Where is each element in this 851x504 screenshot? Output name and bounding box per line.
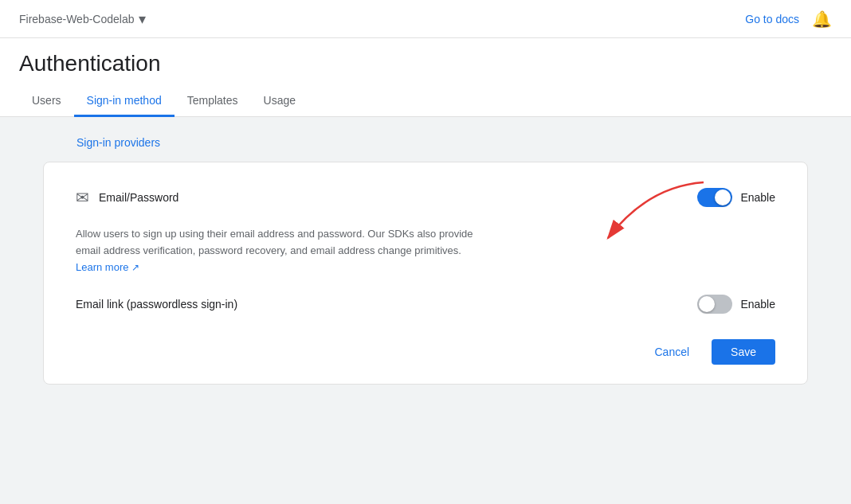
email-link-label: Email link (passwordless sign-in) (76, 298, 697, 311)
tab-sign-in-method[interactable]: Sign-in method (74, 86, 175, 117)
tab-users[interactable]: Users (19, 86, 74, 117)
email-link-toggle-group: Enable (697, 295, 775, 314)
email-link-toggle-label: Enable (740, 298, 775, 311)
email-toggle[interactable] (697, 188, 732, 207)
email-toggle-label: Enable (740, 191, 775, 204)
email-link-toggle-track (697, 295, 732, 314)
bell-icon[interactable]: 🔔 (812, 10, 832, 29)
tabs-nav: Users Sign-in method Templates Usage (19, 86, 832, 116)
email-link-toggle[interactable] (697, 295, 732, 314)
card-actions: Cancel Save (76, 339, 775, 365)
sign-in-card: ✉ Email/Password Enable Allow users to s… (43, 162, 808, 385)
tab-usage[interactable]: Usage (251, 86, 308, 117)
page-title: Authentication (19, 51, 832, 76)
project-name: Firebase-Web-Codelab (19, 13, 134, 25)
chevron-down-icon[interactable]: ▾ (139, 10, 146, 28)
email-password-row: ✉ Email/Password Enable (76, 188, 775, 207)
email-icon: ✉ (76, 188, 89, 207)
main-content: Sign-in providers ✉ Email/Password (0, 117, 851, 404)
email-link-toggle-thumb (699, 296, 715, 312)
email-toggle-group: Enable (697, 188, 775, 207)
cancel-button[interactable]: Cancel (641, 339, 702, 365)
topbar-right: Go to docs 🔔 (745, 10, 832, 29)
email-toggle-track (697, 188, 732, 207)
project-selector[interactable]: Firebase-Web-Codelab ▾ (19, 10, 146, 28)
topbar: Firebase-Web-Codelab ▾ Go to docs 🔔 (0, 0, 851, 38)
email-toggle-thumb (715, 189, 731, 205)
section-title: Sign-in providers (19, 136, 832, 149)
go-to-docs-link[interactable]: Go to docs (745, 13, 799, 25)
learn-more-link[interactable]: Learn more ↗ (76, 261, 139, 273)
save-button[interactable]: Save (712, 339, 775, 365)
tab-templates[interactable]: Templates (175, 86, 251, 117)
external-link-icon: ↗ (131, 262, 139, 273)
email-provider-label: Email/Password (99, 191, 697, 204)
email-description: Allow users to sign up using their email… (76, 226, 490, 275)
email-link-row: Email link (passwordless sign-in) Enable (76, 295, 775, 314)
page-header: Authentication Users Sign-in method Temp… (0, 38, 851, 117)
